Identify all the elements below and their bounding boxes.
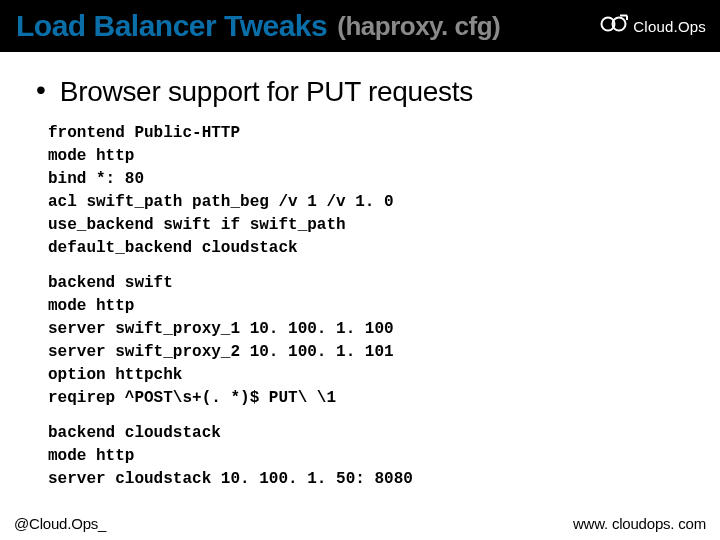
footer-handle: @Cloud.Ops_ bbox=[14, 515, 106, 532]
footer-url: www. cloudops. com bbox=[573, 515, 706, 532]
cloudops-logo-icon bbox=[598, 13, 630, 39]
slide-title: Load Balancer Tweaks bbox=[16, 9, 327, 43]
slide: Load Balancer Tweaks (haproxy. cfg) Clou… bbox=[0, 0, 720, 540]
footer: @Cloud.Ops_ www. cloudops. com bbox=[0, 515, 720, 540]
slide-subtitle: (haproxy. cfg) bbox=[337, 11, 500, 42]
code-block-frontend: frontend Public-HTTP mode http bind *: 8… bbox=[48, 122, 690, 260]
code-block-backend-swift: backend swift mode http server swift_pro… bbox=[48, 272, 690, 410]
code-block-backend-cloudstack: backend cloudstack mode http server clou… bbox=[48, 422, 690, 491]
brand-logo-text: Cloud.Ops bbox=[633, 18, 706, 35]
slide-content: • Browser support for PUT requests front… bbox=[0, 52, 720, 515]
brand-logo: Cloud.Ops bbox=[598, 13, 706, 39]
bullet-dot-icon: • bbox=[36, 76, 46, 104]
bullet-item: • Browser support for PUT requests bbox=[36, 76, 690, 108]
title-bar: Load Balancer Tweaks (haproxy. cfg) Clou… bbox=[0, 0, 720, 52]
bullet-text: Browser support for PUT requests bbox=[60, 76, 473, 108]
